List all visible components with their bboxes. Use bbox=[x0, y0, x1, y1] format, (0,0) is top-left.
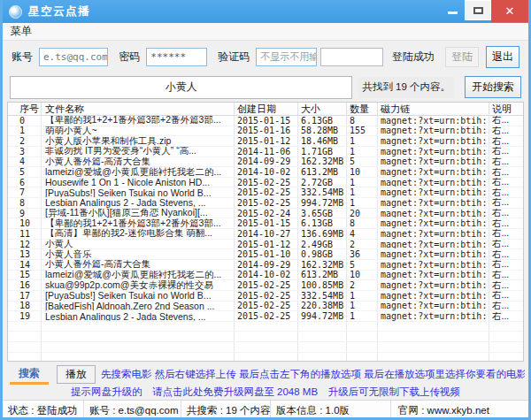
login-button[interactable]: 登陆 bbox=[445, 47, 479, 67]
table-row[interactable] bbox=[8, 322, 523, 332]
login-status-text: 登陆成功 bbox=[392, 50, 435, 65]
window-title: 星空云点播 bbox=[28, 4, 90, 19]
maximize-button[interactable] bbox=[465, 0, 491, 20]
cell-date bbox=[235, 353, 298, 362]
table-row[interactable]: 2 小黄人版小苹果和制作工具.zip 2015-01-12 18.46MB 1 … bbox=[8, 136, 523, 147]
cell-date: 2015-02-25 bbox=[235, 280, 298, 290]
cell-size: 2.72GB bbox=[298, 178, 347, 187]
table-row[interactable]: 15 lameizi@爱城@小黄瓜更能衬托我老二的... 2014-10-02 … bbox=[8, 271, 523, 281]
cell-count: 1 bbox=[347, 187, 378, 197]
cell-size: 613.2MB bbox=[298, 271, 347, 280]
table-row[interactable]: 16 skua@99p2p.com@美女赤裸裸的性交易 2015-02-25 1… bbox=[8, 280, 523, 291]
table-row[interactable]: 8 Lesbian Analingus 2 - Jada Stevens, ..… bbox=[8, 198, 523, 209]
cell-name bbox=[42, 353, 235, 362]
cell-count: 8 bbox=[347, 116, 378, 126]
account-input[interactable]: e.ts@qq.com bbox=[39, 48, 108, 66]
cell-count: 4 bbox=[347, 229, 378, 239]
cell-count: 10 bbox=[347, 167, 378, 177]
minimize-button[interactable] bbox=[440, 0, 465, 23]
cell-name: [PuyaSubs!] Seiken Tsukai no World B... bbox=[42, 291, 235, 301]
table-row[interactable]: 17 [PuyaSubs!] Seiken Tsukai no World B.… bbox=[8, 291, 523, 302]
cell-count bbox=[347, 353, 378, 362]
cell-name: 小黄人版小苹果和制作工具.zip bbox=[42, 136, 235, 146]
search-input[interactable]: 小黄人 bbox=[10, 76, 352, 99]
password-input[interactable]: ****** bbox=[146, 48, 207, 66]
table-row[interactable]: 14 小黄人番外篇-高清大合集 2014-09-29 162.32MB 5 ma… bbox=[8, 260, 523, 271]
table-row[interactable]: 7 [PuyaSubs!] Seiken Tsukai no World B..… bbox=[8, 187, 523, 198]
menu-item[interactable]: 菜单 bbox=[11, 24, 32, 39]
table-row[interactable] bbox=[8, 342, 523, 353]
cell-index: 19 bbox=[8, 311, 42, 321]
table-row[interactable] bbox=[8, 332, 523, 342]
cell-magnet-link: magnet:?xt=urn:btih:... bbox=[378, 116, 489, 126]
cell-index: 10 bbox=[8, 218, 42, 228]
cell-magnet-link: magnet:?xt=urn:btih:... bbox=[378, 311, 489, 321]
table-row[interactable]: 10 【卑鄙的我1+2+1番外篇3部+2番外篇3部... 2015-01-15 … bbox=[8, 218, 523, 229]
cell-size: 2.49GB bbox=[298, 240, 347, 249]
captcha-hint-input[interactable]: 不显示不用输 bbox=[256, 48, 317, 66]
cell-note: 右... bbox=[489, 249, 523, 259]
cell-size: 1.71GB bbox=[298, 147, 347, 157]
cell-size bbox=[298, 342, 347, 352]
instruction-line1: 先搜索电影 然后右键选择上传 最后点击左下角的播放选项 最后在播放选项里选择你要… bbox=[96, 368, 525, 381]
status-website[interactable]: 官网 : www.xkyb.net bbox=[391, 401, 528, 420]
tab-play[interactable]: 播放 bbox=[57, 365, 96, 384]
cell-size: 613.2MB bbox=[298, 167, 347, 177]
cell-index: 13 bbox=[8, 249, 42, 259]
cell-date: 2014-10-02 bbox=[235, 167, 298, 177]
cell-count: 8 bbox=[347, 218, 378, 228]
cell-note: 右... bbox=[489, 157, 523, 167]
table-row[interactable]: 11 【高清】卑鄙的我2-迷你电影合集 萌翻... 2014-10-27 136… bbox=[8, 229, 523, 240]
col-header-index[interactable]: 序号 bbox=[8, 103, 42, 115]
cell-size: 332.54MB bbox=[298, 187, 347, 197]
statusbar: 状态 : 登陆成功 账号 : e.ts@qq.com 共搜索 : 19 个内容。… bbox=[3, 400, 528, 420]
cell-magnet-link bbox=[378, 322, 489, 332]
table-row[interactable] bbox=[8, 353, 523, 362]
close-button[interactable]: ✕ bbox=[491, 0, 528, 22]
cell-index: 15 bbox=[8, 271, 42, 280]
cell-date: 2014-11-06 bbox=[235, 147, 298, 157]
cell-magnet-link bbox=[378, 353, 489, 362]
cell-index: 0 bbox=[8, 116, 42, 126]
table-row[interactable]: 13 小黄人音乐 2015-01-10 0.98GB 36 magnet:?xt… bbox=[8, 249, 523, 260]
table-row[interactable]: 1 萌萌小黄人~ 2015-01-16 58.28MB 155 magnet:?… bbox=[8, 126, 523, 137]
col-header-size[interactable]: 大小 bbox=[298, 103, 347, 115]
table-row[interactable]: 5 lameizi@爱城@小黄瓜更能衬托我老二的... 2014-10-02 6… bbox=[8, 167, 523, 178]
table-row[interactable]: 4 小黄人番外篇-高清大合集 2014-09-29 162.32MB 5 mag… bbox=[8, 157, 523, 168]
col-header-date[interactable]: 创建日期 bbox=[235, 103, 298, 115]
table-row[interactable]: 0 【卑鄙的我1+2+1番外篇3部+2番外篇3部... 2015-01-15 6… bbox=[8, 116, 523, 126]
col-header-name[interactable]: 文件名称 bbox=[42, 103, 235, 115]
tab-search[interactable]: 搜索 bbox=[10, 364, 49, 385]
cell-name: Lesbian Analingus 2 - Jada Stevens, ... bbox=[42, 311, 235, 321]
cell-size: 0.98GB bbox=[298, 249, 347, 259]
captcha-input[interactable] bbox=[320, 48, 383, 66]
cell-index: 3 bbox=[8, 147, 42, 157]
cell-date: 2015-02-25 bbox=[235, 198, 298, 208]
table-row[interactable]: 12 小黄人 2015-01-12 2.49GB 2 magnet:?xt=ur… bbox=[8, 240, 523, 250]
col-header-magnet[interactable]: 磁力链 bbox=[378, 103, 489, 115]
table-row[interactable]: 6 Housewife 1 On 1 - Nicole Aniston HD..… bbox=[8, 178, 523, 188]
cell-size bbox=[298, 322, 347, 332]
table-row[interactable]: 9 [异域-11番小队][猫原三角恋 Nyankoi][... 2015-02-… bbox=[8, 209, 523, 219]
cell-name: Lesbian Analingus 2 - Jada Stevens, ... bbox=[42, 198, 235, 208]
col-header-count[interactable]: 数量 bbox=[347, 103, 378, 115]
cell-index: 2 bbox=[8, 136, 42, 146]
table-row[interactable]: 19 Lesbian Analingus 2 - Jada Stevens, .… bbox=[8, 311, 523, 322]
status-account: 账号 : e.ts@qq.com bbox=[84, 401, 181, 420]
cell-note: 右... bbox=[489, 126, 523, 136]
table-row[interactable]: 18 [BakedFish] Aldnoah.Zero 2nd Season .… bbox=[8, 302, 523, 312]
col-header-note[interactable]: 说明 bbox=[489, 103, 523, 115]
cell-count: 1 bbox=[347, 136, 378, 146]
cell-note: 右... bbox=[489, 280, 523, 290]
table-row[interactable]: 3 非诚勿扰 IT男为爱变身“小黄人” “高... 2014-11-06 1.7… bbox=[8, 147, 523, 157]
cell-magnet-link: magnet:?xt=urn:btih:... bbox=[378, 291, 489, 301]
cell-date: 2014-10-27 bbox=[235, 229, 298, 239]
cell-date: 2014-09-29 bbox=[235, 260, 298, 270]
exit-button[interactable]: 退出 bbox=[486, 46, 519, 68]
cell-date: 2014-09-29 bbox=[235, 157, 298, 167]
upgrade-link-line[interactable]: 提示网盘升级的 请点击此处免费升级网盘至 2048 MB 升级后可无限制下载上传… bbox=[3, 386, 528, 400]
cell-note: 右... bbox=[489, 198, 523, 208]
cell-magnet-link: magnet:?xt=urn:btih:... bbox=[378, 229, 489, 239]
cell-magnet-link: magnet:?xt=urn:btih:... bbox=[378, 126, 489, 136]
start-search-button[interactable]: 开始搜索 bbox=[465, 76, 521, 98]
